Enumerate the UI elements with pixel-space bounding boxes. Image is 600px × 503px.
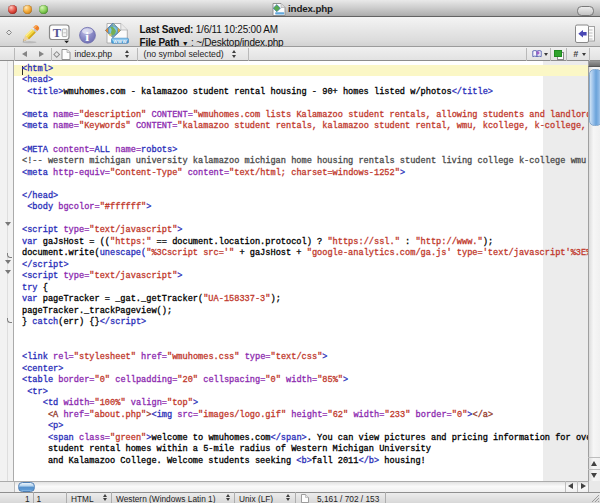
svg-text:WWW: WWW bbox=[113, 39, 127, 44]
svg-text:i: i bbox=[85, 29, 89, 44]
svg-text:T: T bbox=[53, 26, 62, 40]
